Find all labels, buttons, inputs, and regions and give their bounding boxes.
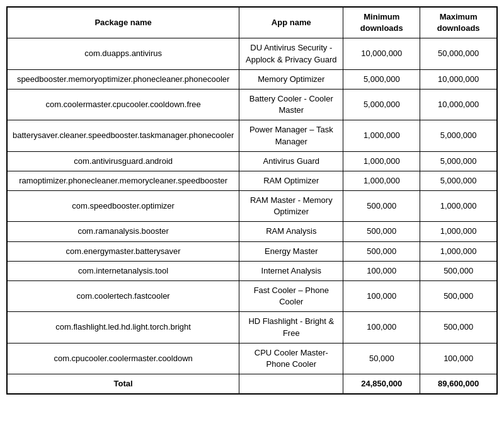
cell-min-downloads: 50,000	[343, 343, 420, 374]
table-row: com.speedbooster.optimizerRAM Master - M…	[7, 191, 497, 222]
header-package: Package name	[7, 7, 239, 38]
table-row: ramoptimizer.phonecleaner.memorycleaner.…	[7, 171, 497, 190]
cell-max-downloads: 5,000,000	[420, 120, 497, 151]
cell-min-downloads: 500,000	[343, 191, 420, 222]
cell-app: Memory Optimizer	[239, 69, 343, 89]
cell-min-downloads: 5,000,000	[343, 69, 420, 89]
cell-max-downloads: 5,000,000	[420, 151, 497, 171]
cell-app: Antivirus Guard	[239, 151, 343, 171]
table-row: batterysaver.cleaner.speedbooster.taskma…	[7, 120, 497, 151]
cell-max-downloads: 500,000	[420, 281, 497, 312]
header-min-downloads: Minimum downloads	[343, 7, 420, 38]
cell-app: Battery Cooler - Cooler Master	[239, 89, 343, 120]
cell-max-downloads: 5,000,000	[420, 171, 497, 190]
cell-package: com.internetanalysis.tool	[7, 261, 239, 280]
table-row: com.coolertech.fastcoolerFast Cooler – P…	[7, 281, 497, 312]
cell-min-downloads: 1,000,000	[343, 151, 420, 171]
cell-app: Power Manager – Task Manager	[239, 120, 343, 151]
cell-min-downloads: 500,000	[343, 241, 420, 261]
cell-min-downloads: 10,000,000	[343, 38, 420, 69]
cell-max-downloads: 89,600,000	[420, 374, 497, 395]
cell-min-downloads: 5,000,000	[343, 89, 420, 120]
cell-package: com.cpucooler.coolermaster.cooldown	[7, 343, 239, 374]
table-row: com.duapps.antivirusDU Antivirus Securit…	[7, 38, 497, 69]
table-row: com.energymaster.batterysaverEnergy Mast…	[7, 241, 497, 261]
cell-package: speedbooster.memoryoptimizer.phonecleane…	[7, 69, 239, 89]
cell-package: com.duapps.antivirus	[7, 38, 239, 69]
cell-package: com.ramanalysis.booster	[7, 222, 239, 241]
table-row: com.flashlight.led.hd.light.torch.bright…	[7, 312, 497, 343]
table-row: com.coolermaster.cpucooler.cooldown.free…	[7, 89, 497, 120]
table-row: Total24,850,00089,600,000	[7, 374, 497, 395]
cell-package: ramoptimizer.phonecleaner.memorycleaner.…	[7, 171, 239, 190]
cell-package: com.antivirusguard.android	[7, 151, 239, 171]
main-table-container: Package name App name Minimum downloads …	[6, 6, 498, 395]
table-row: com.ramanalysis.boosterRAM Analysis500,0…	[7, 222, 497, 241]
cell-package: com.coolertech.fastcooler	[7, 281, 239, 312]
cell-app: RAM Analysis	[239, 222, 343, 241]
cell-app: RAM Master - Memory Optimizer	[239, 191, 343, 222]
cell-min-downloads: 100,000	[343, 261, 420, 280]
table-row: speedbooster.memoryoptimizer.phonecleane…	[7, 69, 497, 89]
cell-package: batterysaver.cleaner.speedbooster.taskma…	[7, 120, 239, 151]
cell-package: com.energymaster.batterysaver	[7, 241, 239, 261]
cell-app: Fast Cooler – Phone Cooler	[239, 281, 343, 312]
cell-package: Total	[7, 374, 239, 395]
cell-package: com.coolermaster.cpucooler.cooldown.free	[7, 89, 239, 120]
cell-max-downloads: 50,000,000	[420, 38, 497, 69]
table-row: com.internetanalysis.toolInternet Analys…	[7, 261, 497, 280]
cell-max-downloads: 1,000,000	[420, 241, 497, 261]
cell-max-downloads: 1,000,000	[420, 191, 497, 222]
cell-min-downloads: 100,000	[343, 281, 420, 312]
cell-app: Internet Analysis	[239, 261, 343, 280]
cell-app: DU Antivirus Security - Applock & Privac…	[239, 38, 343, 69]
cell-app	[239, 374, 343, 395]
cell-min-downloads: 500,000	[343, 222, 420, 241]
cell-min-downloads: 24,850,000	[343, 374, 420, 395]
cell-max-downloads: 1,000,000	[420, 222, 497, 241]
cell-app: CPU Cooler Master- Phone Cooler	[239, 343, 343, 374]
header-app: App name	[239, 7, 343, 38]
data-table: Package name App name Minimum downloads …	[6, 6, 498, 395]
cell-min-downloads: 100,000	[343, 312, 420, 343]
header-max-downloads: Maximum downloads	[420, 7, 497, 38]
cell-max-downloads: 500,000	[420, 261, 497, 280]
cell-max-downloads: 10,000,000	[420, 69, 497, 89]
cell-max-downloads: 500,000	[420, 312, 497, 343]
table-row: com.antivirusguard.androidAntivirus Guar…	[7, 151, 497, 171]
cell-package: com.speedbooster.optimizer	[7, 191, 239, 222]
cell-package: com.flashlight.led.hd.light.torch.bright	[7, 312, 239, 343]
cell-max-downloads: 100,000	[420, 343, 497, 374]
cell-min-downloads: 1,000,000	[343, 120, 420, 151]
table-row: com.cpucooler.coolermaster.cooldownCPU C…	[7, 343, 497, 374]
cell-app: RAM Optimizer	[239, 171, 343, 190]
cell-app: Energy Master	[239, 241, 343, 261]
cell-app: HD Flashlight - Bright & Free	[239, 312, 343, 343]
cell-max-downloads: 10,000,000	[420, 89, 497, 120]
cell-min-downloads: 1,000,000	[343, 171, 420, 190]
